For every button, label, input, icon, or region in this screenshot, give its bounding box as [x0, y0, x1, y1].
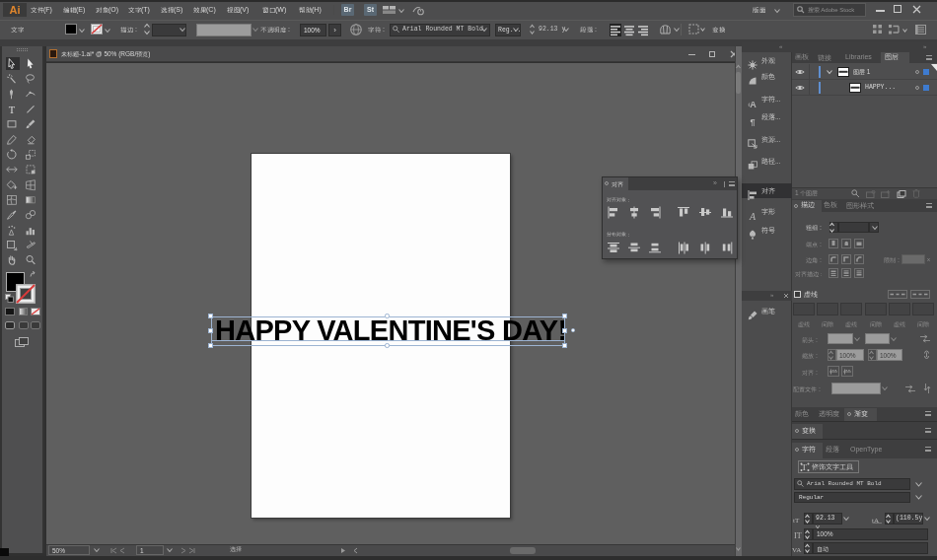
- svg-text:A: A: [750, 100, 757, 108]
- svg-text:¶: ¶: [750, 117, 755, 126]
- svg-text:A: A: [749, 211, 757, 221]
- svg-text:IT: IT: [794, 531, 802, 539]
- svg-text:VA: VA: [792, 546, 801, 553]
- svg-text:T: T: [9, 105, 16, 115]
- svg-text:tA: tA: [872, 517, 879, 524]
- svg-text:tT: tT: [793, 517, 800, 524]
